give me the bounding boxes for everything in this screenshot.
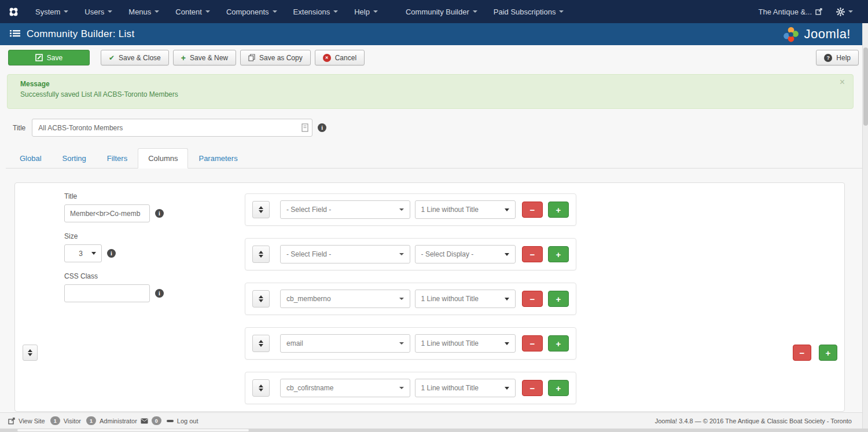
column-size-value: 3: [70, 250, 91, 258]
cancel-icon: ✕: [323, 54, 331, 62]
cancel-button[interactable]: ✕ Cancel: [315, 50, 365, 65]
chevron-down-icon: [399, 298, 404, 300]
info-icon: i: [155, 289, 164, 298]
field-select[interactable]: cb_cofirstname: [280, 379, 410, 397]
check-icon: ✔: [109, 54, 115, 62]
save-new-label: Save & New: [190, 54, 228, 62]
close-icon[interactable]: ×: [840, 77, 845, 87]
save-close-button[interactable]: ✔ Save & Close: [101, 50, 169, 65]
menu-system-label: System: [35, 8, 60, 16]
row-drag-handle[interactable]: [252, 201, 270, 218]
remove-field-button[interactable]: −: [522, 380, 543, 396]
remove-column-button[interactable]: −: [793, 345, 811, 361]
list-title-input[interactable]: [32, 119, 312, 137]
text-field-icon: [301, 123, 308, 132]
menu-paid-subscriptions[interactable]: Paid Subscriptions: [486, 0, 572, 23]
column-title-input[interactable]: [64, 204, 150, 222]
user-settings-menu[interactable]: [830, 0, 859, 23]
message-body: Successfully saved List All ACBS-Toronto…: [20, 90, 840, 98]
horizontal-scrollbar-thumb[interactable]: [17, 429, 249, 431]
admin-count-badge: 1: [86, 416, 96, 425]
horizontal-scrollbar[interactable]: [0, 429, 868, 432]
display-select-value: 1 Line without Title: [421, 384, 505, 392]
css-class-input[interactable]: [64, 284, 150, 302]
add-field-button[interactable]: +: [548, 291, 569, 307]
tab-sorting[interactable]: Sorting: [52, 148, 97, 169]
joomla-logo-icon: [782, 25, 800, 43]
plus-icon: +: [181, 53, 186, 63]
add-column-button[interactable]: +: [819, 345, 837, 361]
row-drag-handle[interactable]: [252, 335, 270, 352]
admin-status: 1 Administrator 0: [86, 416, 161, 425]
visitor-status: 1 Visitor: [50, 416, 81, 425]
vertical-scrollbar-thumb[interactable]: [863, 47, 868, 126]
menu-users[interactable]: Users: [76, 0, 120, 23]
row-drag-handle[interactable]: [252, 246, 270, 263]
message-heading: Message: [20, 80, 840, 88]
add-field-button[interactable]: +: [548, 380, 569, 396]
display-select[interactable]: 1 Line without Title: [415, 379, 516, 397]
page-header: Community Builder: List Joomla!: [0, 23, 868, 45]
view-site-link[interactable]: View Site: [8, 418, 45, 424]
chevron-down-icon: [473, 10, 477, 13]
display-select[interactable]: 1 Line without Title: [415, 200, 516, 219]
field-select[interactable]: email: [280, 334, 410, 353]
menu-menus[interactable]: Menus: [120, 0, 167, 23]
menu-system[interactable]: System: [27, 0, 76, 23]
logout-link[interactable]: Log out: [167, 418, 198, 424]
help-button[interactable]: ? Help: [816, 50, 859, 65]
display-select[interactable]: 1 Line without Title: [415, 334, 516, 353]
remove-field-button[interactable]: −: [522, 291, 543, 307]
menu-community-builder-label: Community Builder: [406, 8, 469, 16]
add-field-button[interactable]: +: [548, 335, 569, 352]
sort-up-icon: [259, 295, 263, 298]
chevron-down-icon: [559, 10, 564, 13]
sort-down-icon: [28, 353, 32, 356]
field-select[interactable]: - Select Field -: [280, 245, 410, 263]
column-size-select[interactable]: 3: [64, 244, 102, 262]
save-button[interactable]: Save: [8, 50, 90, 65]
display-select[interactable]: - Select Display -: [415, 245, 516, 263]
admin-label: Administrator: [100, 418, 137, 424]
menu-community-builder[interactable]: Community Builder: [398, 0, 486, 23]
logout-label: Log out: [177, 418, 198, 424]
add-field-button[interactable]: +: [548, 246, 569, 262]
vertical-scrollbar[interactable]: [862, 23, 868, 429]
tab-parameters[interactable]: Parameters: [188, 148, 248, 169]
menu-extensions-label: Extensions: [293, 8, 330, 16]
row-drag-handle[interactable]: [252, 379, 270, 397]
sort-up-icon: [259, 385, 263, 387]
menu-components[interactable]: Components: [218, 0, 285, 23]
site-preview-link[interactable]: The Antique &...: [752, 0, 828, 23]
display-select-value: 1 Line without Title: [421, 339, 505, 347]
joomla-logo-text: Joomla!: [804, 27, 851, 42]
column-settings-form: Title i Size 3 i CSS Class i: [64, 192, 164, 312]
save-as-copy-label: Save as Copy: [259, 54, 303, 62]
chevron-down-icon: [399, 342, 404, 345]
remove-field-button[interactable]: −: [522, 335, 543, 352]
css-class-label: CSS Class: [64, 272, 164, 280]
external-link-icon: [8, 418, 15, 424]
field-select[interactable]: cb_memberno: [280, 290, 410, 308]
field-select[interactable]: - Select Field -: [280, 200, 410, 219]
display-select[interactable]: 1 Line without Title: [415, 290, 516, 308]
column-drag-handle[interactable]: [23, 345, 38, 361]
list-icon: [9, 30, 21, 39]
menu-content[interactable]: Content: [167, 0, 218, 23]
add-field-button[interactable]: +: [548, 202, 569, 218]
save-new-button[interactable]: + Save & New: [173, 50, 236, 65]
remove-field-button[interactable]: −: [522, 246, 543, 262]
save-as-copy-button[interactable]: Save as Copy: [240, 50, 311, 65]
joomla-icon[interactable]: [0, 6, 27, 17]
tab-global[interactable]: Global: [9, 148, 52, 169]
tab-filters[interactable]: Filters: [97, 148, 138, 169]
status-bar: View Site 1 Visitor 1 Administrator 0 Lo…: [0, 412, 868, 429]
tab-columns[interactable]: Columns: [138, 148, 188, 169]
help-icon: ?: [824, 54, 832, 62]
external-link-icon: [815, 8, 822, 15]
sort-down-icon: [259, 299, 263, 302]
remove-field-button[interactable]: −: [522, 202, 543, 218]
row-drag-handle[interactable]: [252, 290, 270, 307]
menu-help[interactable]: Help: [346, 0, 386, 23]
menu-extensions[interactable]: Extensions: [285, 0, 347, 23]
